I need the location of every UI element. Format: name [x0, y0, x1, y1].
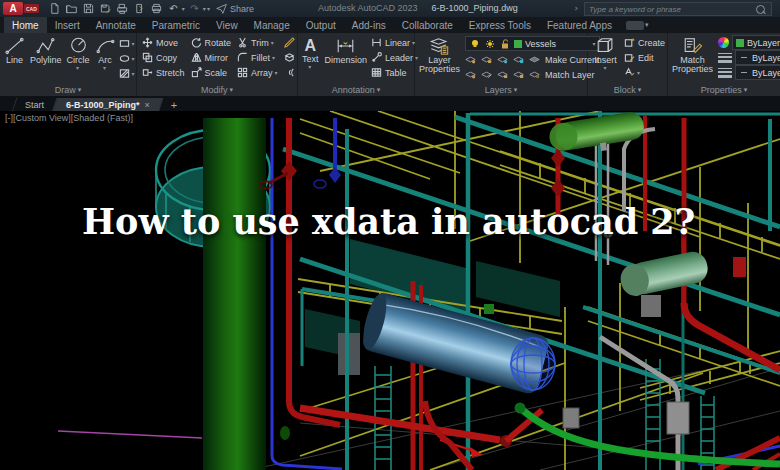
object-color-row[interactable]: ByLayer ▾: [718, 36, 780, 49]
linear-button[interactable]: Linear▾: [371, 36, 418, 49]
erase-button[interactable]: [284, 36, 295, 49]
panel-label-draw[interactable]: Draw▾: [0, 83, 136, 96]
autocad-logo[interactable]: A: [3, 2, 23, 15]
rectangle-button[interactable]: ▾: [119, 37, 135, 50]
save-as-icon[interactable]: [98, 2, 113, 15]
line-button[interactable]: Line: [2, 36, 27, 65]
file-tab-document[interactable]: 6-B-1000_Piping* ×: [53, 98, 163, 112]
layer-on-icon[interactable]: [497, 69, 508, 80]
redo-icon[interactable]: ↷: [187, 2, 202, 15]
offset-button[interactable]: [284, 66, 295, 79]
ribbon-tab-insert[interactable]: Insert: [47, 17, 88, 33]
ribbon-tab-featured-apps[interactable]: Featured Apps: [539, 17, 620, 33]
dimension-button[interactable]: Dimension: [323, 36, 370, 65]
chevron-down-icon: ▾: [645, 21, 649, 29]
layer-unisolate-icon[interactable]: [465, 69, 476, 80]
hatch-button[interactable]: ▾: [119, 67, 135, 80]
lineweight-row[interactable]: ByLayer: [718, 51, 780, 64]
circle-button[interactable]: Circle ▾: [65, 36, 92, 72]
layer-lock-icon[interactable]: [513, 54, 524, 65]
search-caret-icon[interactable]: ›: [574, 3, 578, 13]
table-button[interactable]: Table: [371, 66, 418, 79]
plot-icon[interactable]: [115, 2, 130, 15]
ribbon-tab-collaborate[interactable]: Collaborate: [394, 17, 461, 33]
green-equipment-box: [484, 304, 494, 314]
search-input[interactable]: [585, 4, 756, 14]
layer-off-icon[interactable]: [465, 54, 476, 65]
panel-label-modify[interactable]: Modify▾: [137, 83, 297, 96]
close-icon[interactable]: ×: [145, 100, 150, 110]
layer-thaw-icon[interactable]: [481, 69, 492, 80]
redo-dropdown-icon[interactable]: ▾: [203, 5, 206, 12]
search-icon[interactable]: [756, 5, 765, 14]
autocad-logo-cad-badge: CAD: [24, 4, 39, 13]
color-swatch: [736, 39, 744, 47]
panel-label-block[interactable]: Block▾: [588, 83, 667, 96]
chevron-down-icon[interactable]: ▾: [76, 65, 79, 71]
search-box[interactable]: [584, 2, 772, 16]
edit-block-button[interactable]: Edit: [624, 51, 665, 64]
array-icon: [237, 67, 248, 78]
ribbon-tab-home[interactable]: Home: [4, 17, 47, 33]
undo-dropdown-icon[interactable]: ▾: [182, 5, 185, 12]
new-file-icon[interactable]: [47, 2, 62, 15]
drawing-viewport[interactable]: [-][Custom View][Shaded (Fast)]: [0, 111, 780, 470]
qat-overflow-icon[interactable]: ▾: [207, 5, 210, 12]
undo-icon[interactable]: ↶: [166, 2, 181, 15]
export-icon[interactable]: [132, 2, 147, 15]
array-button[interactable]: Array▾: [237, 66, 278, 79]
ribbon-tab-output[interactable]: Output: [298, 17, 344, 33]
linetype-selector[interactable]: ByLayer: [735, 65, 780, 80]
move-button[interactable]: Move: [142, 36, 185, 49]
text-button[interactable]: A Text ▾: [300, 36, 321, 71]
explode-button[interactable]: [284, 51, 295, 64]
rotate-button[interactable]: Rotate: [191, 36, 232, 49]
trim-button[interactable]: Trim▾: [237, 36, 278, 49]
viewport-controls[interactable]: [-][Custom View][Shaded (Fast)]: [5, 113, 133, 123]
layer-unlock-icon[interactable]: [513, 69, 524, 80]
panel-label-layers[interactable]: Layers▾: [415, 83, 587, 96]
insert-button[interactable]: Insert ▾: [590, 36, 621, 72]
open-icon[interactable]: [64, 2, 79, 15]
mirror-button[interactable]: Mirror: [191, 51, 232, 64]
share-button[interactable]: Share: [216, 3, 254, 14]
ribbon-tab-addins[interactable]: Add-ins: [344, 17, 394, 33]
edit-attributes-button[interactable]: ▾: [624, 66, 665, 79]
fillet-button[interactable]: Fillet▾: [237, 51, 278, 64]
dimension-icon: [335, 36, 356, 56]
color-selector[interactable]: ByLayer ▾: [732, 35, 780, 50]
ribbon-toggle-icon: [626, 21, 644, 30]
file-tab-start[interactable]: Start: [12, 98, 58, 112]
panel-properties: Match Properties ByLayer ▾ ByLayer: [668, 33, 780, 96]
ribbon-tab-express-tools[interactable]: Express Tools: [461, 17, 539, 33]
match-properties-button[interactable]: Match Properties: [670, 36, 715, 75]
ribbon-tab-view[interactable]: View: [208, 17, 246, 33]
save-icon[interactable]: [81, 2, 96, 15]
ribbon-tab-manage[interactable]: Manage: [246, 17, 298, 33]
polyline-button[interactable]: Polyline: [28, 36, 64, 65]
chevron-down-icon[interactable]: ▾: [103, 65, 106, 71]
match-layer-icon[interactable]: [529, 69, 540, 80]
lineweight-selector[interactable]: ByLayer: [735, 50, 780, 65]
print-icon[interactable]: [149, 2, 164, 15]
new-drawing-tab-button[interactable]: +: [171, 99, 177, 111]
ellipse-button[interactable]: ▾: [119, 52, 135, 65]
leader-button[interactable]: Leader▾: [371, 51, 418, 64]
layer-properties-button[interactable]: Layer Properties: [417, 36, 462, 75]
scale-button[interactable]: Scale: [191, 66, 232, 79]
linetype-row[interactable]: ByLayer: [718, 66, 780, 79]
ribbon-tab-annotate[interactable]: Annotate: [88, 17, 144, 33]
panel-label-properties[interactable]: Properties▾: [668, 83, 780, 96]
layer-selector[interactable]: Vessels ▾: [465, 36, 600, 51]
create-block-button[interactable]: Create: [624, 36, 665, 49]
copy-button[interactable]: Copy: [142, 51, 185, 64]
layer-freeze-icon[interactable]: [497, 54, 508, 65]
stretch-button[interactable]: Stretch: [142, 66, 185, 79]
ribbon-display-toggle[interactable]: ▾: [626, 17, 649, 33]
panel-label-annotation[interactable]: Annotation▾: [298, 83, 414, 96]
arc-button[interactable]: Arc ▾: [93, 36, 118, 72]
make-current-icon[interactable]: [529, 54, 540, 65]
ribbon-tab-parametric[interactable]: Parametric: [144, 17, 208, 33]
copy-icon: [142, 52, 153, 63]
layer-isolate-icon[interactable]: [481, 54, 492, 65]
